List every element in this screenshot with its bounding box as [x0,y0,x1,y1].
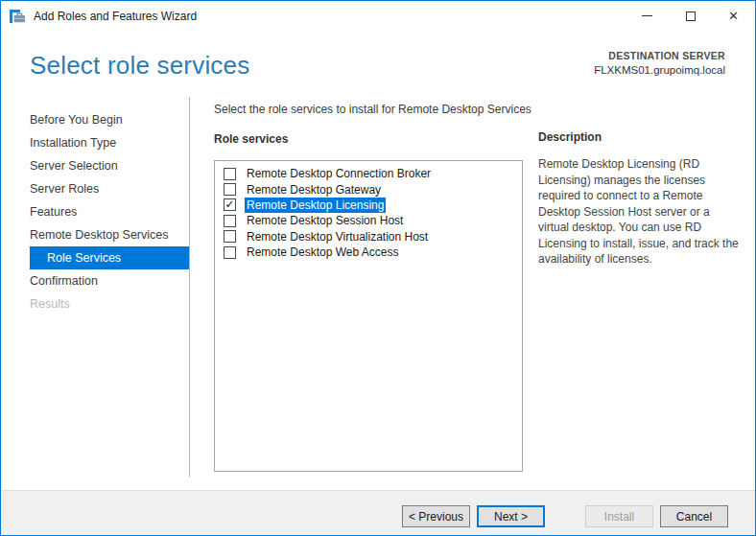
role-service-label[interactable]: Remote Desktop Licensing [245,198,386,213]
page-title: Select role services [30,51,249,81]
role-service-row-remote-desktop-connection-broker[interactable]: Remote Desktop Connection Broker [215,166,522,181]
destination-block: DESTINATION SERVER FLXKMS01.grupoimq.loc… [594,50,725,76]
maximize-icon [686,12,696,21]
minimize-button[interactable] [626,1,669,31]
checkbox-unchecked-icon[interactable] [224,215,236,227]
install-button: Install [585,505,653,527]
sidebar-item-role-services[interactable]: Role Services [30,246,189,269]
footer-bar: < PreviousNext >InstallCancel [1,490,755,535]
window-title: Add Roles and Features Wizard [34,10,197,23]
checkbox-unchecked-icon[interactable] [224,246,236,259]
sidebar-item-before-you-begin[interactable]: Before You Begin [1,108,189,131]
role-service-label[interactable]: Remote Desktop Gateway [245,182,383,198]
description-panel: Description Remote Desktop Licensing (RD… [538,130,742,268]
sidebar-item-server-selection[interactable]: Server Selection [1,154,189,177]
role-service-row-remote-desktop-virtualization-host[interactable]: Remote Desktop Virtualization Host [215,229,522,245]
close-icon: ✕ [728,10,739,22]
role-service-label[interactable]: Remote Desktop Virtualization Host [245,229,430,245]
previous-button[interactable]: < Previous [402,505,470,527]
sidebar-item-installation-type[interactable]: Installation Type [1,131,189,154]
role-service-label[interactable]: Remote Desktop Session Host [245,213,405,228]
role-services-list: Remote Desktop Connection BrokerRemote D… [214,160,523,472]
next-button[interactable]: Next > [477,505,545,527]
server-manager-icon [10,9,26,24]
description-text: Remote Desktop Licensing (RD Licensing) … [538,156,742,268]
wizard-sidebar: Before You BeginInstallation TypeServer … [1,108,189,315]
sidebar-divider [189,97,190,477]
destination-server-name: FLXKMS01.grupoimq.local [594,64,725,76]
sidebar-item-server-roles[interactable]: Server Roles [1,177,189,200]
close-button[interactable]: ✕ [712,1,755,31]
checkbox-unchecked-icon[interactable] [224,183,236,196]
cancel-button[interactable]: Cancel [660,505,728,527]
role-service-row-remote-desktop-licensing[interactable]: ✓Remote Desktop Licensing [215,198,522,213]
titlebar: Add Roles and Features Wizard ✕ [1,1,755,31]
role-services-label: Role services [214,132,288,146]
sidebar-item-remote-desktop-services[interactable]: Remote Desktop Services [1,223,189,246]
minimize-icon [642,15,652,16]
role-service-row-remote-desktop-gateway[interactable]: Remote Desktop Gateway [215,181,522,197]
checkbox-unchecked-icon[interactable] [224,230,236,243]
checkbox-checked-icon[interactable]: ✓ [224,198,236,211]
sidebar-item-results: Results [1,292,189,315]
sidebar-item-features[interactable]: Features [1,200,189,223]
role-service-row-remote-desktop-session-host[interactable]: Remote Desktop Session Host [215,213,522,228]
destination-label: DESTINATION SERVER [594,50,725,61]
checkbox-unchecked-icon[interactable] [224,168,236,180]
instruction-text: Select the role services to install for … [214,103,540,116]
maximize-button[interactable] [669,1,712,31]
description-title: Description [538,130,742,144]
window-controls: ✕ [626,1,755,31]
role-service-label[interactable]: Remote Desktop Connection Broker [245,166,433,181]
sidebar-item-confirmation[interactable]: Confirmation [1,269,189,292]
wizard-window: Add Roles and Features Wizard ✕ Select r… [0,0,756,536]
role-service-row-remote-desktop-web-access[interactable]: Remote Desktop Web Access [215,245,522,260]
role-service-label[interactable]: Remote Desktop Web Access [245,245,401,260]
